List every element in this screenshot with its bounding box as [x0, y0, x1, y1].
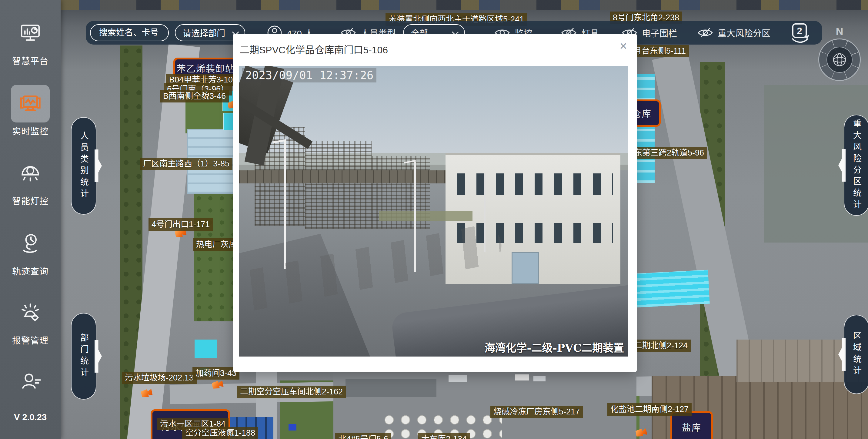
- map-camera-label[interactable]: 烧碱冷冻厂房东侧5-217: [490, 406, 583, 418]
- tab-label: 重大风险分区统计: [850, 119, 863, 211]
- camera-modal: 二期SPVC化学品仓库南门口5-106 × 20: [233, 34, 637, 372]
- trajectory-icon: [11, 225, 50, 263]
- realtime-monitor-icon: [11, 85, 50, 122]
- tab-major-risk-zone-stats[interactable]: 重大风险分区统计: [844, 115, 868, 216]
- map-camera-label[interactable]: 污水垃圾场-202.13: [122, 372, 197, 384]
- camera-watermark: 海湾化学-二级-PVC二期装置: [485, 339, 624, 355]
- tab-label: 区域统计: [850, 331, 863, 377]
- map-camera-label[interactable]: 大车库2-134: [418, 433, 470, 439]
- sidebar-item-alarm-management[interactable]: 报警管理: [0, 294, 61, 346]
- close-icon[interactable]: ×: [619, 40, 627, 53]
- cam-pipe-rack: [239, 170, 449, 183]
- sidebar-item-label: 轨迹查询: [0, 264, 61, 277]
- sidebar-item-label: 智能灯控: [0, 194, 61, 207]
- alarm-icon: [11, 294, 50, 332]
- cam-lamp-pole: [284, 141, 286, 269]
- eye-slash-icon: [697, 27, 713, 38]
- map-camera-label[interactable]: 北4#5号门5-6: [335, 433, 391, 439]
- tab-area-stats[interactable]: 区域统计: [844, 315, 868, 394]
- map-camera-label[interactable]: 月台东侧5-111: [630, 45, 689, 57]
- map-camera-label[interactable]: 二期北侧2-124: [631, 340, 691, 352]
- toggle-risk-zones[interactable]: 重大风险分区: [697, 21, 770, 45]
- dashboard-monitor-icon: [11, 14, 50, 52]
- sidebar-item-smart-lighting[interactable]: 智能灯控: [0, 155, 61, 207]
- camera-marker-icon[interactable]: [141, 388, 153, 399]
- camera-marker-icon[interactable]: [635, 428, 648, 438]
- camera-feed-image: 2023/09/01 12:37:26 海湾化学-二级-PVC二期装置: [239, 66, 628, 356]
- map-camera-label[interactable]: 二期空分空压车间北侧2-162: [237, 386, 346, 398]
- search-input[interactable]: [91, 28, 168, 37]
- map-camera-label[interactable]: 加药间3-43: [192, 367, 240, 380]
- search-input-pill[interactable]: [90, 24, 169, 41]
- tab-department-stats[interactable]: 部门统计: [71, 313, 96, 400]
- cam-median: [379, 211, 472, 222]
- tab-label: 人员类别统计: [78, 131, 90, 200]
- department-select-value: 请选择部门: [183, 27, 225, 39]
- camera-marker-icon[interactable]: [212, 380, 224, 390]
- person-list-icon: [11, 363, 50, 401]
- view-2d-label: 2: [797, 26, 802, 36]
- sidebar-item-label: 报警管理: [0, 333, 61, 346]
- camera-timestamp: 2023/09/01 12:37:26: [242, 68, 376, 83]
- sidebar: 智慧平台 实时监控 智能灯控: [0, 0, 61, 439]
- sidebar-item-personnel[interactable]: [0, 363, 61, 401]
- sidebar-item-realtime-monitor[interactable]: 实时监控: [0, 85, 61, 137]
- sidebar-item-label: 智慧平台: [0, 54, 61, 67]
- map-camera-label[interactable]: 东第三跨2轨道5-96: [631, 147, 707, 159]
- app-version: V 2.0.23: [0, 412, 61, 422]
- sidebar-item-label: 实时监控: [0, 124, 61, 137]
- compass-globe-icon: [827, 47, 852, 73]
- smart-light-icon: [11, 155, 50, 192]
- cam-tower: [305, 141, 371, 229]
- sidebar-item-trajectory-query[interactable]: 轨迹查询: [0, 225, 61, 277]
- view-2d-toggle-button[interactable]: 2: [787, 20, 812, 45]
- tab-label: 部门统计: [78, 333, 90, 379]
- map-camera-label[interactable]: 化盐池二期南侧2-127: [607, 403, 692, 416]
- map-camera-label[interactable]: 4号门出口1-171: [149, 218, 213, 231]
- sidebar-item-smart-platform[interactable]: 智慧平台: [0, 14, 61, 67]
- camera-modal-title: 二期SPVC化学品仓库南门口5-106: [240, 42, 388, 56]
- toggle-label: 重大风险分区: [718, 26, 770, 39]
- map-camera-label[interactable]: 空分空压液氮1-188: [182, 427, 258, 439]
- map-camera-label[interactable]: B西南侧全貌3-46: [160, 90, 229, 103]
- compass[interactable]: [818, 38, 861, 81]
- map-camera-label[interactable]: 厂区南主路西（1）3-85: [140, 158, 232, 170]
- toggle-label: 电子围栏: [642, 26, 677, 39]
- cam-building-door: [512, 252, 539, 284]
- app-root: 苯乙烯装卸站污水处理装置盐库仓库苯装置北侧向西北主干道路区域5-2418号门东北…: [0, 0, 868, 439]
- compass-north-label: N: [818, 26, 861, 37]
- cam-building-windows: [457, 173, 613, 195]
- tab-person-category-stats[interactable]: 人员类别统计: [71, 117, 96, 215]
